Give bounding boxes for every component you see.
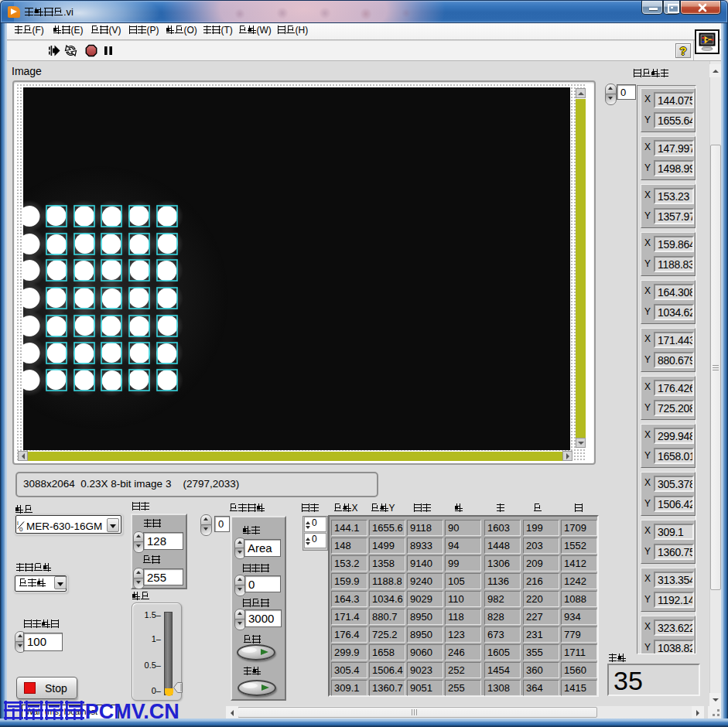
svg-text:I: I	[17, 521, 19, 526]
svg-text:0: 0	[19, 526, 23, 533]
